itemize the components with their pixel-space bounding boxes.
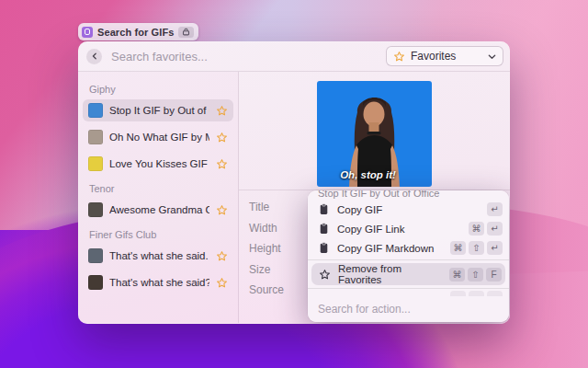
- clipped-menu-item-keys: [308, 291, 509, 296]
- chevron-down-icon: [488, 52, 496, 61]
- gif-preview-zone: Oh, stop it!: [239, 72, 510, 190]
- command-title: Search for GIFs: [97, 27, 174, 38]
- gif-title: Love You Kisses GIF by Ted...: [109, 158, 209, 169]
- gif-title: Oh No What GIF by Major Le...: [109, 132, 209, 143]
- section-header-tenor: Tenor: [89, 183, 227, 194]
- action-search-input[interactable]: Search for action...: [308, 296, 509, 322]
- actions-menu-header: Stop It GIF by Out of Office: [308, 190, 509, 200]
- favorite-star-icon[interactable]: [216, 250, 228, 262]
- clipboard-icon: [318, 223, 330, 235]
- keycap-f: F: [486, 268, 502, 282]
- favorites-list: Giphy Stop It GIF by Out of Office Oh No…: [78, 72, 239, 323]
- favorite-star-icon[interactable]: [216, 158, 228, 170]
- menu-item-copy-gif[interactable]: Copy GIF ↵: [308, 200, 509, 219]
- gif-search-window: Search favorites... Favorites Giphy Stop…: [78, 41, 510, 324]
- command-title-pill[interactable]: Search for GIFs: [78, 23, 198, 40]
- menu-item-copy-gif-link[interactable]: Copy GIF Link ⌘ ↵: [308, 219, 509, 238]
- gif-thumbnail: [88, 275, 103, 290]
- favorite-star-icon[interactable]: [216, 132, 228, 144]
- chevron-left-icon: [91, 52, 98, 60]
- gif-list-item[interactable]: Awesome Grandma GIF: [83, 199, 233, 221]
- gif-list-item[interactable]: That's what she said.: [83, 245, 233, 267]
- gif-thumbnail: [88, 156, 103, 171]
- menu-item-label: Remove from Favorites: [338, 263, 442, 285]
- section-header-giphy: Giphy: [89, 84, 227, 95]
- gif-list-item[interactable]: Stop It GIF by Out of Office: [83, 99, 233, 121]
- gif-list-item[interactable]: Love You Kisses GIF by Ted...: [83, 153, 233, 175]
- keycap-return: ↵: [487, 241, 503, 255]
- keycap-command: ⌘: [469, 222, 484, 236]
- clipboard-icon: [318, 242, 330, 254]
- keycap-shift: ⇧: [469, 241, 484, 255]
- gif-thumbnail: [88, 202, 103, 217]
- keycap-command: ⌘: [450, 241, 466, 255]
- gif-caption-text: Oh, stop it!: [317, 169, 419, 180]
- lock-icon: [178, 27, 194, 38]
- keycap-shift: ⇧: [468, 268, 483, 282]
- menu-item-remove-from-favorites[interactable]: Remove from Favorites ⌘ ⇧ F: [311, 263, 505, 285]
- gif-title: That's what she said?: [109, 277, 209, 288]
- gif-thumbnail: [88, 130, 103, 144]
- gif-title: Stop It GIF by Out of Office: [109, 105, 209, 116]
- actions-menu: Stop It GIF by Out of Office Copy GIF ↵ …: [308, 190, 509, 322]
- menu-divider: [308, 288, 509, 289]
- favorites-dropdown[interactable]: Favorites: [386, 46, 503, 66]
- gif-preview-image: Oh, stop it!: [317, 81, 432, 187]
- menu-divider: [308, 259, 509, 260]
- favorite-star-icon[interactable]: [216, 277, 228, 289]
- dropdown-selected-value: Favorites: [411, 50, 456, 63]
- star-icon: [319, 269, 331, 281]
- favorite-star-icon[interactable]: [216, 204, 228, 216]
- gif-title: Awesome Grandma GIF: [109, 204, 209, 215]
- clipboard-icon: [318, 203, 330, 215]
- search-input[interactable]: Search favorites...: [111, 50, 208, 63]
- menu-item-label: Copy GIF Link: [337, 224, 405, 235]
- keycap-return: ↵: [487, 222, 503, 236]
- section-header-finer-gifs-club: Finer Gifs Club: [89, 229, 227, 240]
- gif-thumbnail: [88, 103, 103, 118]
- menu-item-label: Copy GIF: [337, 204, 382, 215]
- gif-extension-icon: [82, 27, 93, 38]
- keycap-return: ↵: [487, 202, 503, 216]
- keycap-command: ⌘: [449, 268, 465, 282]
- search-bar: Search favorites... Favorites: [78, 41, 510, 72]
- gif-thumbnail: [88, 248, 103, 263]
- gif-list-item[interactable]: That's what she said?: [83, 271, 233, 293]
- menu-item-copy-gif-markdown[interactable]: Copy GIF Markdown ⌘ ⇧ ↵: [308, 238, 509, 258]
- gif-list-item[interactable]: Oh No What GIF by Major Le...: [83, 126, 233, 148]
- back-button[interactable]: [86, 49, 102, 64]
- favorite-star-icon[interactable]: [216, 105, 228, 117]
- menu-item-label: Copy GIF Markdown: [337, 243, 434, 254]
- gif-title: That's what she said.: [109, 250, 209, 261]
- star-icon: [393, 51, 405, 63]
